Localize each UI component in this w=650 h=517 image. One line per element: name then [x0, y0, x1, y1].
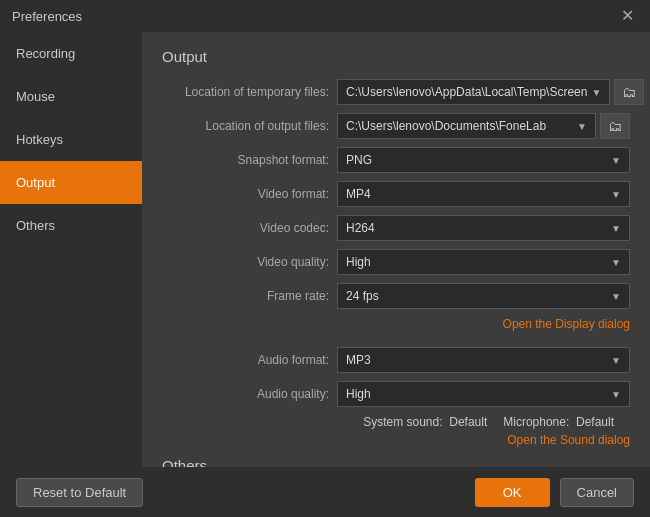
frame-rate-select[interactable]: 24 fps ▼	[337, 283, 630, 309]
snapshot-format-control: PNG ▼	[337, 147, 630, 173]
snapshot-format-row: Snapshot format: PNG ▼	[162, 147, 630, 173]
snapshot-format-label: Snapshot format:	[162, 153, 337, 167]
audio-quality-row: Audio quality: High ▼	[162, 381, 630, 407]
close-button[interactable]: ✕	[617, 6, 638, 26]
chevron-icon: ▼	[611, 389, 621, 400]
chevron-icon: ▼	[591, 87, 601, 98]
video-format-control: MP4 ▼	[337, 181, 630, 207]
content-area: Recording Mouse Hotkeys Output Others Ou…	[0, 32, 650, 467]
audio-status-row: System sound: Default Microphone: Defaul…	[162, 415, 630, 429]
reset-to-default-button[interactable]: Reset to Default	[16, 478, 143, 507]
audio-quality-label: Audio quality:	[162, 387, 337, 401]
titlebar: Preferences ✕	[0, 0, 650, 32]
sidebar-item-hotkeys[interactable]: Hotkeys	[0, 118, 142, 161]
main-content: Output Location of temporary files: C:\U…	[142, 32, 650, 467]
cancel-button[interactable]: Cancel	[560, 478, 634, 507]
output-section-title: Output	[162, 48, 630, 65]
temp-files-select[interactable]: C:\Users\lenovo\AppData\Local\Temp\Scree…	[337, 79, 610, 105]
audio-quality-control: High ▼	[337, 381, 630, 407]
dialog-title: Preferences	[12, 9, 82, 24]
sidebar-item-mouse[interactable]: Mouse	[0, 75, 142, 118]
system-sound-status: System sound: Default	[363, 415, 487, 429]
video-codec-label: Video codec:	[162, 221, 337, 235]
video-format-select[interactable]: MP4 ▼	[337, 181, 630, 207]
snapshot-format-select[interactable]: PNG ▼	[337, 147, 630, 173]
open-sound-dialog-link[interactable]: Open the Sound dialog	[507, 433, 630, 447]
output-files-select[interactable]: C:\Users\lenovo\Documents\FoneLab ▼	[337, 113, 596, 139]
sidebar: Recording Mouse Hotkeys Output Others	[0, 32, 142, 467]
output-files-control: C:\Users\lenovo\Documents\FoneLab ▼ 🗂	[337, 113, 630, 139]
temp-files-row: Location of temporary files: C:\Users\le…	[162, 79, 630, 105]
others-section-title: Others	[162, 457, 630, 467]
temp-files-control: C:\Users\lenovo\AppData\Local\Temp\Scree…	[337, 79, 644, 105]
audio-format-row: Audio format: MP3 ▼	[162, 347, 630, 373]
video-quality-row: Video quality: High ▼	[162, 249, 630, 275]
frame-rate-control: 24 fps ▼	[337, 283, 630, 309]
microphone-status: Microphone: Default	[503, 415, 614, 429]
output-files-label: Location of output files:	[162, 119, 337, 133]
frame-rate-row: Frame rate: 24 fps ▼	[162, 283, 630, 309]
frame-rate-label: Frame rate:	[162, 289, 337, 303]
dialog-footer: Reset to Default OK Cancel	[0, 467, 650, 517]
temp-files-folder-button[interactable]: 🗂	[614, 79, 644, 105]
footer-button-group: OK Cancel	[475, 478, 634, 507]
output-files-folder-button[interactable]: 🗂	[600, 113, 630, 139]
sidebar-item-others[interactable]: Others	[0, 204, 142, 247]
sound-link-row: Open the Sound dialog	[162, 433, 630, 447]
video-format-row: Video format: MP4 ▼	[162, 181, 630, 207]
ok-button[interactable]: OK	[475, 478, 550, 507]
video-codec-select[interactable]: H264 ▼	[337, 215, 630, 241]
chevron-icon: ▼	[611, 355, 621, 366]
video-quality-control: High ▼	[337, 249, 630, 275]
preferences-dialog: Preferences ✕ Recording Mouse Hotkeys Ou…	[0, 0, 650, 517]
audio-format-control: MP3 ▼	[337, 347, 630, 373]
output-files-row: Location of output files: C:\Users\lenov…	[162, 113, 630, 139]
audio-quality-select[interactable]: High ▼	[337, 381, 630, 407]
sidebar-item-output[interactable]: Output	[0, 161, 142, 204]
chevron-icon: ▼	[577, 121, 587, 132]
video-format-label: Video format:	[162, 187, 337, 201]
open-display-dialog-link[interactable]: Open the Display dialog	[503, 317, 630, 331]
temp-files-label: Location of temporary files:	[162, 85, 337, 99]
video-quality-label: Video quality:	[162, 255, 337, 269]
others-section: Others Enable hardware acceleration	[162, 457, 630, 467]
audio-format-select[interactable]: MP3 ▼	[337, 347, 630, 373]
chevron-icon: ▼	[611, 223, 621, 234]
chevron-icon: ▼	[611, 291, 621, 302]
sidebar-item-recording[interactable]: Recording	[0, 32, 142, 75]
chevron-icon: ▼	[611, 257, 621, 268]
video-codec-row: Video codec: H264 ▼	[162, 215, 630, 241]
chevron-icon: ▼	[611, 155, 621, 166]
chevron-icon: ▼	[611, 189, 621, 200]
display-link-row: Open the Display dialog	[162, 317, 630, 331]
audio-format-label: Audio format:	[162, 353, 337, 367]
video-codec-control: H264 ▼	[337, 215, 630, 241]
video-quality-select[interactable]: High ▼	[337, 249, 630, 275]
